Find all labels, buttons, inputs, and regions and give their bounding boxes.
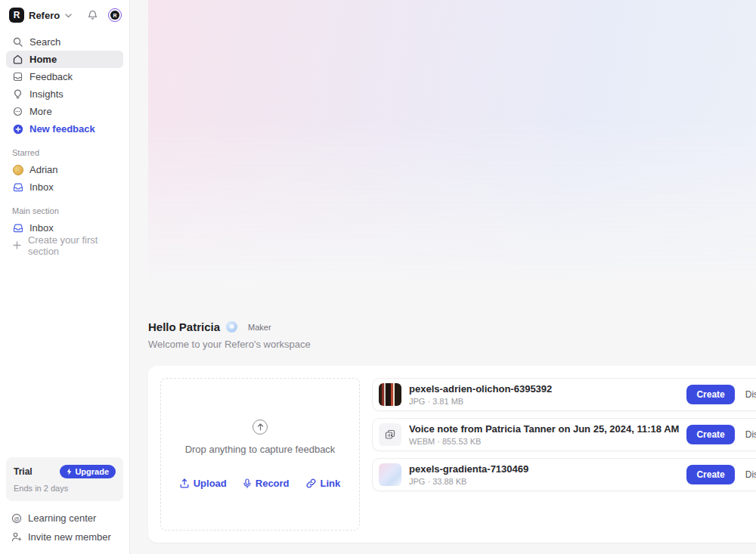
more-icon (12, 107, 23, 116)
feedback-icon (12, 72, 23, 82)
adrian-avatar (12, 165, 23, 175)
workspace-switcher[interactable]: R Refero R (6, 6, 123, 24)
create-section-button[interactable]: Create your first section (6, 237, 123, 254)
drop-zone[interactable]: Drop anything to capture feedback Upload… (160, 378, 360, 531)
feedback-meta: JPG · 33.88 KB (409, 477, 679, 486)
upgrade-button[interactable]: Upgrade (60, 465, 116, 478)
learning-center-icon: @ (11, 513, 22, 524)
workspace-badge-icon: ✽ (226, 321, 237, 333)
create-section-label: Create your first section (28, 234, 117, 257)
sidebar-item-label: Home (29, 54, 57, 65)
sidebar-item-label: Inbox (29, 181, 54, 193)
sidebar-item-new-feedback[interactable]: New feedback (6, 120, 123, 138)
feedback-title: pexels-gradienta-7130469 (409, 463, 679, 475)
upload-icon (180, 478, 189, 488)
discard-button[interactable]: Discard (742, 425, 756, 444)
main-content: Hello Patricia ✽ Maker Welcome to your R… (130, 0, 756, 554)
invite-member-button[interactable]: Invite new member (6, 528, 123, 546)
svg-text:@: @ (14, 515, 20, 522)
plus-icon (12, 241, 22, 249)
chevron-down-icon (65, 11, 72, 20)
feedback-row: pexels-adrien-olichon-6395392 JPG · 3.81… (372, 378, 756, 411)
bell-icon[interactable] (88, 10, 98, 20)
footer-item-label: Learning center (28, 512, 96, 524)
user-avatar[interactable]: R (108, 8, 122, 22)
inbox-icon (12, 183, 23, 192)
microphone-icon (243, 478, 251, 488)
link-button[interactable]: Link (306, 478, 341, 489)
learning-center-button[interactable]: @ Learning center (6, 509, 123, 528)
record-button[interactable]: Record (243, 478, 290, 489)
create-button[interactable]: Create (686, 385, 734, 404)
sidebar-item-feedback[interactable]: Feedback (6, 68, 123, 85)
trial-ends-text: Ends in 2 days (14, 484, 116, 493)
discard-button[interactable]: Discard (742, 385, 756, 404)
sidebar-item-label: Insights (29, 88, 64, 100)
home-icon (12, 54, 23, 64)
sidebar-item-label: Inbox (29, 222, 54, 234)
link-icon (306, 478, 316, 488)
feedback-title: Voice note from Patricia Tanner on Jun 2… (409, 423, 679, 435)
starred-section-label: Starred (6, 148, 123, 157)
feedback-meta: JPG · 3.81 MB (409, 397, 679, 406)
role-badge: Maker (248, 323, 271, 332)
search-icon (12, 37, 23, 47)
feedback-row: pexels-gradienta-7130469 JPG · 33.88 KB … (372, 458, 756, 491)
plus-circle-icon (12, 124, 23, 135)
feedback-row: Voice note from Patricia Tanner on Jun 2… (372, 418, 756, 451)
pending-feedback-list: pexels-adrien-olichon-6395392 JPG · 3.81… (372, 378, 756, 531)
sidebar-item-adrian[interactable]: Adrian (6, 161, 123, 178)
page-title: Hello Patricia (148, 320, 220, 333)
image-thumbnail (379, 383, 401, 406)
trial-title: Trial (14, 466, 33, 477)
feedback-meta: WEBM · 855.53 KB (409, 437, 679, 446)
sidebar-item-label: New feedback (29, 123, 95, 135)
upload-button[interactable]: Upload (180, 478, 227, 489)
insights-icon (12, 89, 23, 99)
capture-card: Drop anything to capture feedback Upload… (148, 366, 756, 543)
sidebar-item-more[interactable]: More (6, 103, 123, 120)
page-subtitle: Welcome to your Refero's workspace (148, 339, 756, 350)
bolt-icon (67, 468, 72, 475)
gradient-background (148, 0, 756, 302)
sidebar-item-starred-inbox[interactable]: Inbox (6, 178, 123, 196)
create-button[interactable]: Create (686, 465, 734, 484)
sidebar-item-label: Feedback (29, 71, 73, 82)
sidebar-item-home[interactable]: Home (6, 51, 123, 68)
sidebar-item-label: More (29, 106, 52, 117)
sidebar: R Refero R Search Home (0, 0, 130, 554)
workspace-logo: R (9, 8, 24, 23)
discard-button[interactable]: Discard (742, 465, 756, 484)
upload-arrow-icon (253, 419, 268, 435)
drop-zone-text: Drop anything to capture feedback (185, 444, 336, 455)
voice-note-icon (379, 423, 401, 446)
sidebar-item-label: Search (29, 36, 60, 48)
footer-item-label: Invite new member (28, 531, 111, 543)
sidebar-item-insights[interactable]: Insights (6, 85, 123, 103)
create-button[interactable]: Create (686, 425, 734, 444)
inbox-icon (12, 224, 23, 233)
sidebar-nav: Search Home Feedback Insights More (6, 33, 123, 138)
trial-card: Trial Upgrade Ends in 2 days (6, 457, 123, 501)
feedback-title: pexels-adrien-olichon-6395392 (409, 383, 679, 395)
main-section-label: Main section (6, 206, 123, 215)
sidebar-item-label: Adrian (29, 164, 58, 175)
invite-person-icon (11, 532, 22, 542)
image-thumbnail (379, 463, 401, 486)
workspace-name: Refero (29, 10, 60, 21)
sidebar-item-search[interactable]: Search (6, 33, 123, 51)
